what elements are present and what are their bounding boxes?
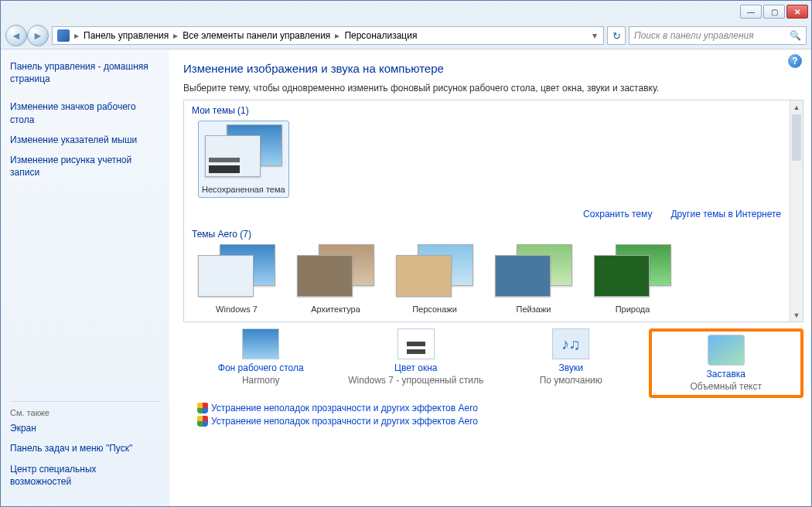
shield-icon bbox=[197, 416, 208, 427]
window-color-button[interactable]: Цвет окна Windows 7 - упрощенный стиль bbox=[339, 328, 493, 398]
theme-label: Windows 7 bbox=[216, 305, 258, 314]
settings-row: Фон рабочего стола Harmony Цвет окна Win… bbox=[183, 322, 803, 401]
close-button[interactable]: ✕ bbox=[786, 5, 808, 19]
theme-nature[interactable]: Природа bbox=[594, 244, 671, 314]
save-theme-link[interactable]: Сохранить тему bbox=[583, 209, 652, 219]
troubleshoot-aero-link-2[interactable]: Устранение неполадок прозрачности и друг… bbox=[197, 416, 478, 427]
theme-label: Несохраненная тема bbox=[202, 185, 285, 194]
crumb-control-panel[interactable]: Панель управления bbox=[80, 30, 172, 41]
desktop-background-button[interactable]: Фон рабочего стола Harmony bbox=[183, 328, 338, 398]
sidebar-account-picture[interactable]: Изменение рисунка учетной записи bbox=[10, 154, 160, 179]
sidebar-taskbar[interactable]: Панель задач и меню "Пуск" bbox=[10, 442, 160, 454]
troubleshoot-links: Устранение неполадок прозрачности и друг… bbox=[183, 401, 803, 429]
titlebar: — ▢ ✕ bbox=[1, 1, 811, 22]
body: ? Панель управления - домашняя страница … bbox=[1, 49, 811, 506]
search-input[interactable]: Поиск в панели управления 🔍 bbox=[629, 26, 807, 45]
window: — ▢ ✕ ◄ ► ▸ Панель управления ▸ Все элем… bbox=[0, 0, 812, 507]
theme-label: Пейзажи bbox=[517, 305, 551, 314]
refresh-button[interactable]: ↻ bbox=[607, 26, 626, 45]
color-icon bbox=[397, 328, 435, 359]
sidebar-desktop-icons[interactable]: Изменение значков рабочего стола bbox=[10, 100, 160, 125]
crumb-all-items[interactable]: Все элементы панели управления bbox=[179, 30, 333, 41]
screensaver-button[interactable]: Заставка Объемный текст bbox=[649, 328, 803, 398]
theme-architecture[interactable]: Архитектура bbox=[297, 244, 374, 314]
search-placeholder: Поиск в панели управления bbox=[634, 30, 754, 41]
sidebar-ease-of-access[interactable]: Центр специальных возможностей bbox=[10, 463, 160, 488]
theme-windows7[interactable]: Windows 7 bbox=[198, 244, 275, 314]
navbar: ◄ ► ▸ Панель управления ▸ Все элементы п… bbox=[1, 22, 811, 49]
troubleshoot-aero-link[interactable]: Устранение неполадок прозрачности и друг… bbox=[197, 403, 478, 413]
page-subtitle: Выберите тему, чтобы одновременно измени… bbox=[183, 83, 803, 94]
more-themes-link[interactable]: Другие темы в Интернете bbox=[670, 209, 781, 219]
sidebar: Панель управления - домашняя страница Из… bbox=[1, 49, 169, 506]
theme-label: Персонажи bbox=[412, 305, 457, 314]
shield-icon bbox=[197, 403, 208, 413]
forward-button[interactable]: ► bbox=[27, 25, 49, 46]
back-button[interactable]: ◄ bbox=[5, 25, 27, 46]
content: Изменение изображения и звука на компьют… bbox=[169, 49, 811, 506]
sidebar-mouse-pointers[interactable]: Изменение указателей мыши bbox=[10, 134, 160, 146]
scroll-down-icon[interactable]: ▼ bbox=[790, 308, 803, 322]
sounds-button[interactable]: Звуки По умолчанию bbox=[493, 328, 648, 398]
sound-icon bbox=[552, 328, 589, 359]
sidebar-display[interactable]: Экран bbox=[10, 422, 160, 434]
sidebar-home[interactable]: Панель управления - домашняя страница bbox=[10, 60, 160, 85]
theme-landscapes[interactable]: Пейзажи bbox=[495, 244, 572, 314]
aero-themes-label: Темы Aero (7) bbox=[184, 224, 803, 243]
crumb-personalization[interactable]: Персонализация bbox=[341, 30, 420, 41]
address-dropdown[interactable]: ▾ bbox=[588, 30, 602, 41]
minimize-button[interactable]: — bbox=[740, 5, 762, 19]
search-icon: 🔍 bbox=[790, 30, 801, 41]
see-also-label: См. также bbox=[10, 401, 160, 417]
theme-label: Природа bbox=[616, 305, 650, 314]
theme-label: Архитектура bbox=[311, 305, 360, 314]
theme-unsaved[interactable]: Несохраненная тема bbox=[198, 121, 289, 198]
address-bar[interactable]: ▸ Панель управления ▸ Все элементы панел… bbox=[52, 26, 604, 45]
help-icon[interactable]: ? bbox=[788, 54, 802, 68]
scroll-thumb[interactable] bbox=[792, 114, 801, 161]
theme-characters[interactable]: Персонажи bbox=[396, 244, 473, 314]
my-themes-label: Мои темы (1) bbox=[184, 100, 803, 119]
desktop-icon bbox=[242, 328, 279, 359]
maximize-button[interactable]: ▢ bbox=[763, 5, 785, 19]
page-title: Изменение изображения и звука на компьют… bbox=[183, 62, 803, 75]
scrollbar[interactable]: ▲ ▼ bbox=[790, 100, 803, 322]
screensaver-icon bbox=[708, 335, 745, 366]
themes-panel: ▲ ▼ Мои темы (1) Несохраненная тема Сохр… bbox=[183, 100, 803, 322]
control-panel-icon bbox=[57, 29, 70, 42]
scroll-up-icon[interactable]: ▲ bbox=[790, 100, 803, 114]
